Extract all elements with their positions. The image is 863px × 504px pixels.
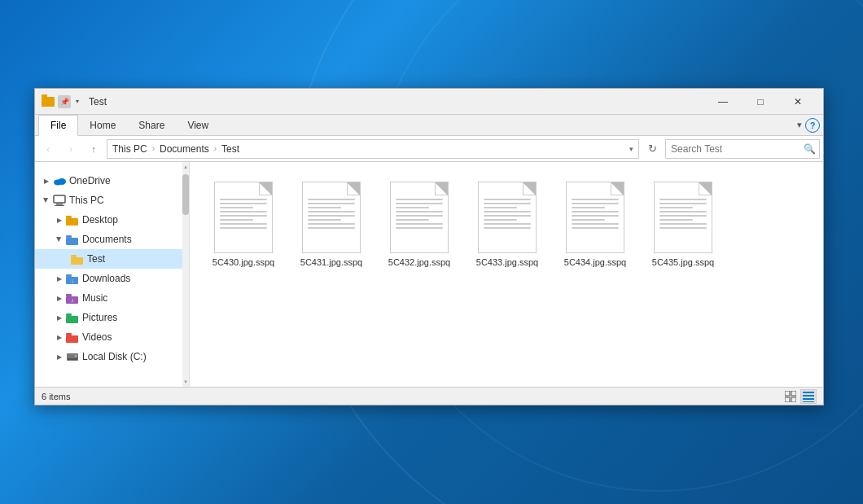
file-line <box>396 199 443 200</box>
file-item-5[interactable]: 5C435.jpg.sspq <box>642 175 724 274</box>
file-line <box>308 207 341 208</box>
sidebar-item-desktop[interactable]: ▶ Desktop <box>35 210 189 230</box>
forward-button[interactable]: › <box>61 139 81 159</box>
file-line <box>659 199 707 200</box>
file-line <box>659 211 707 213</box>
sidebar-item-pictures[interactable]: ▶ Pictures <box>35 308 189 327</box>
refresh-button[interactable]: ↻ <box>642 139 662 159</box>
file-line <box>484 211 531 213</box>
sidebar-scrollbar-track[interactable]: ▲ ▼ <box>182 162 189 387</box>
sidebar-item-documents[interactable]: ▶ Documents <box>35 230 189 249</box>
file-icon-5 <box>654 182 712 253</box>
svg-rect-11 <box>71 255 77 257</box>
sidebar-label-onedrive: OneDrive <box>69 175 111 186</box>
svg-rect-13 <box>66 274 72 277</box>
documents-icon <box>66 233 79 246</box>
svg-text:↓: ↓ <box>71 278 74 283</box>
scroll-down-btn[interactable]: ▼ <box>182 377 189 387</box>
sidebar-item-videos[interactable]: ▶ Videos <box>35 327 189 347</box>
address-path[interactable]: This PC › Documents › Test ▾ <box>107 139 639 159</box>
path-separator-2: › <box>214 144 217 153</box>
svg-rect-4 <box>56 204 63 205</box>
tab-share[interactable]: Share <box>127 115 176 136</box>
sidebar-item-test[interactable]: Test <box>35 249 189 269</box>
file-line <box>308 215 355 217</box>
svg-rect-30 <box>803 395 814 397</box>
file-line <box>220 215 267 217</box>
svg-rect-9 <box>66 235 72 238</box>
path-dropdown-arrow[interactable]: ▾ <box>629 145 633 153</box>
file-name-1: 5C431.jpg.sspq <box>300 256 362 268</box>
search-box[interactable]: 🔍 <box>665 139 820 159</box>
file-corner-4 <box>611 182 624 195</box>
pin-icon: 📌 <box>58 95 71 108</box>
sidebar-item-local-disk[interactable]: ▶ Local Disk (C:) <box>35 347 189 366</box>
this-pc-icon <box>53 194 66 207</box>
file-item-1[interactable]: 5C431.jpg.sspq <box>291 175 372 274</box>
file-line <box>484 223 531 225</box>
file-line <box>572 207 605 208</box>
sidebar-item-onedrive[interactable]: ▶ OneDrive <box>35 171 189 191</box>
file-line <box>659 227 707 229</box>
file-line <box>396 227 443 229</box>
sidebar-item-downloads[interactable]: ▶ ↓ Downloads <box>35 269 189 288</box>
expand-arrow-music: ▶ <box>55 293 64 303</box>
sidebar-item-music[interactable]: ▶ ♪ Music <box>35 288 189 308</box>
sidebar-label-music: Music <box>82 292 107 304</box>
sidebar-scrollbar-thumb[interactable] <box>182 174 189 215</box>
file-line <box>396 211 443 213</box>
view-buttons <box>782 389 817 404</box>
up-button[interactable]: ↑ <box>84 139 103 159</box>
file-item-2[interactable]: 5C432.jpg.sspq <box>379 175 460 274</box>
maximize-button[interactable]: □ <box>742 89 779 115</box>
file-line <box>572 211 619 213</box>
sidebar-scroll-indicator: ▲ <box>35 162 189 171</box>
view-list-button[interactable] <box>800 389 817 404</box>
item-count: 6 items <box>42 392 70 401</box>
file-line <box>220 199 267 200</box>
svg-rect-25 <box>785 391 790 396</box>
file-line <box>396 223 443 225</box>
tab-file[interactable]: File <box>38 115 78 136</box>
minimize-button[interactable]: — <box>704 89 742 115</box>
file-line <box>396 207 429 208</box>
path-segment-test: Test <box>221 143 239 155</box>
tab-home[interactable]: Home <box>78 115 127 136</box>
file-line <box>659 219 693 221</box>
back-button[interactable]: ‹ <box>38 139 58 159</box>
svg-rect-3 <box>54 195 65 203</box>
svg-rect-10 <box>71 257 83 265</box>
file-item-4[interactable]: 5C434.jpg.sspq <box>554 175 636 274</box>
expand-arrow-pictures: ▶ <box>55 313 64 322</box>
svg-rect-16 <box>66 294 72 296</box>
view-grid-button[interactable] <box>782 389 799 404</box>
ribbon-dropdown-arrow[interactable]: ▾ <box>797 120 802 130</box>
file-item-0[interactable]: 5C430.jpg.sspq <box>203 175 284 274</box>
file-line <box>220 203 267 204</box>
file-corner-5 <box>699 182 712 195</box>
help-button[interactable]: ? <box>805 118 820 133</box>
sidebar-label-documents: Documents <box>82 234 132 245</box>
close-button[interactable]: ✕ <box>779 89 817 115</box>
scroll-up-btn[interactable]: ▲ <box>182 162 189 172</box>
file-name-0: 5C430.jpg.sspq <box>212 256 274 268</box>
file-line <box>572 203 619 204</box>
file-item-3[interactable]: 5C433.jpg.sspq <box>467 175 548 274</box>
search-input[interactable] <box>666 143 799 155</box>
file-icon-3 <box>478 182 537 253</box>
expand-arrow-local-disk: ▶ <box>55 352 64 362</box>
ribbon-tabs: File Home Share View ▾ ? <box>35 115 823 136</box>
search-icon[interactable]: 🔍 <box>799 139 819 159</box>
svg-rect-29 <box>803 392 814 393</box>
file-line <box>572 227 619 229</box>
file-icon-0 <box>214 182 273 253</box>
svg-text:♪: ♪ <box>71 297 74 303</box>
sidebar-item-this-pc[interactable]: ▶ This PC <box>35 191 189 210</box>
title-dropdown-arrow[interactable]: ▾ <box>76 98 79 105</box>
sidebar-label-this-pc: This PC <box>69 195 104 206</box>
tab-view[interactable]: View <box>176 115 220 136</box>
file-icon-4 <box>566 182 624 253</box>
title-folder-icon <box>42 97 55 107</box>
file-line <box>572 219 605 221</box>
onedrive-icon <box>53 174 66 187</box>
